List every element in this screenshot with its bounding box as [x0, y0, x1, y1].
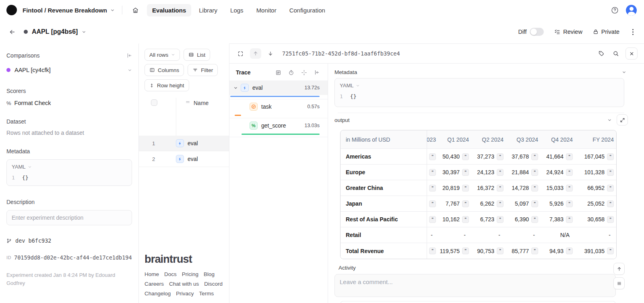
footer-link-careers[interactable]: Careers: [144, 281, 164, 287]
citation-badge[interactable]: ": [607, 216, 614, 223]
footer-link-discord[interactable]: Discord: [204, 281, 223, 287]
diff-toggle[interactable]: [530, 28, 544, 36]
more-menu-icon[interactable]: [630, 27, 636, 37]
chevron-down-icon[interactable]: [233, 86, 238, 90]
citation-badge[interactable]: ": [607, 247, 614, 254]
citation-badge[interactable]: ": [462, 153, 469, 160]
scorer-item[interactable]: % Format Check: [6, 100, 132, 106]
row-height-button[interactable]: Row height: [144, 79, 189, 91]
align-spans-icon[interactable]: [301, 70, 307, 76]
prev-row-button[interactable]: [250, 48, 261, 59]
citation-badge[interactable]: ": [566, 216, 573, 223]
citation-badge[interactable]: ": [531, 200, 538, 207]
citation-badge[interactable]: ": [429, 200, 436, 207]
citation-badge[interactable]: ": [429, 216, 436, 223]
citation-badge[interactable]: ": [462, 200, 469, 207]
citation-badge[interactable]: ": [429, 153, 436, 160]
citation-badge[interactable]: ": [531, 247, 538, 254]
citation-badge[interactable]: ": [566, 247, 573, 254]
citation-badge[interactable]: ": [531, 185, 538, 192]
footer-link-pricing[interactable]: Pricing: [182, 271, 198, 277]
citation-badge[interactable]: ": [462, 185, 469, 192]
collapse-sidebar-icon[interactable]: [126, 53, 132, 58]
citation-badge[interactable]: ": [497, 200, 504, 207]
org-logo-icon[interactable]: [6, 5, 17, 15]
privacy-button[interactable]: Private: [593, 29, 619, 35]
table-row[interactable]: 1eval: [139, 136, 229, 151]
avatar[interactable]: [626, 5, 637, 16]
citation-badge[interactable]: ": [429, 247, 436, 254]
citation-badge[interactable]: ": [497, 216, 504, 223]
tab-library[interactable]: Library: [194, 4, 223, 16]
citation-badge[interactable]: ": [607, 200, 614, 207]
citation-badge[interactable]: ": [497, 247, 504, 254]
trace-span-task[interactable]: task0.57s: [229, 99, 328, 114]
next-row-button[interactable]: [266, 49, 275, 58]
yaml-language-selector[interactable]: YAML: [340, 82, 619, 89]
footer-link-chat-with-us[interactable]: Chat with us: [169, 281, 199, 287]
comment-input[interactable]: Leave a comment...: [334, 274, 616, 297]
review-button[interactable]: Review: [554, 29, 582, 35]
citation-badge[interactable]: ": [607, 153, 614, 160]
collapse-output-icon[interactable]: [607, 118, 612, 122]
citation-badge[interactable]: ": [429, 169, 436, 176]
list-view-button[interactable]: List: [184, 49, 210, 61]
span-notes-icon[interactable]: [275, 70, 281, 76]
footer-link-privacy[interactable]: Privacy: [176, 291, 194, 297]
citation-badge[interactable]: ": [607, 169, 614, 176]
all-rows-dropdown[interactable]: All rows: [144, 49, 180, 61]
span-metadata-editor[interactable]: YAML 1 {}: [334, 78, 624, 107]
footer-link-changelog[interactable]: Changelog: [144, 291, 171, 297]
citation-badge[interactable]: ": [429, 185, 436, 192]
select-all-checkbox[interactable]: [151, 99, 157, 106]
fullscreen-icon[interactable]: [236, 49, 245, 58]
scroll-top-button[interactable]: [613, 263, 625, 275]
help-icon[interactable]: [609, 5, 620, 16]
tab-logs[interactable]: Logs: [225, 4, 249, 16]
timing-icon[interactable]: [288, 70, 294, 76]
columns-button[interactable]: Columns: [144, 64, 184, 76]
trace-span-eval[interactable]: eval13.72s: [229, 80, 328, 95]
citation-badge[interactable]: ": [531, 169, 538, 176]
citation-badge[interactable]: ": [462, 169, 469, 176]
experiment-title[interactable]: AAPL [pg4bs6]: [24, 28, 86, 35]
close-trace-button[interactable]: [625, 47, 638, 60]
tab-evaluations[interactable]: Evaluations: [147, 4, 191, 16]
tab-monitor[interactable]: Monitor: [251, 4, 282, 16]
collapse-metadata-icon[interactable]: [622, 70, 626, 74]
yaml-language-selector[interactable]: YAML: [12, 164, 127, 170]
expand-output-button[interactable]: [617, 114, 628, 126]
citation-badge[interactable]: ": [607, 185, 614, 192]
citation-badge[interactable]: ": [566, 200, 573, 207]
footer-link-terms[interactable]: Terms: [199, 291, 214, 297]
home-icon[interactable]: [130, 4, 141, 16]
back-arrow-icon[interactable]: [7, 27, 17, 37]
citation-badge[interactable]: ": [462, 247, 469, 254]
citation-badge[interactable]: ": [497, 169, 504, 176]
tag-icon[interactable]: [597, 49, 606, 58]
table-row[interactable]: 2eval: [139, 151, 229, 167]
citation-badge[interactable]: ": [462, 216, 469, 223]
tab-configuration[interactable]: Configuration: [284, 4, 330, 16]
footer-link-docs[interactable]: Docs: [164, 271, 177, 277]
filter-button[interactable]: Filter: [188, 64, 218, 76]
activity-list-button[interactable]: [613, 277, 625, 289]
search-icon[interactable]: [611, 49, 621, 58]
trace-id[interactable]: 7251fc05-71b2-452d-bf8d-1aaf6fb39ce4: [282, 50, 400, 57]
experiment-id-row[interactable]: ID 70159dd8-d02e-42bc-af44-de17ce1db194: [6, 254, 132, 261]
citation-badge[interactable]: ": [531, 216, 538, 223]
comparison-experiment-item[interactable]: AAPL [cy4cfk]: [6, 67, 132, 73]
citation-badge[interactable]: ": [566, 169, 573, 176]
footer-link-blog[interactable]: Blog: [204, 271, 215, 277]
citation-badge[interactable]: ": [497, 185, 504, 192]
name-column-header[interactable]: Name: [176, 98, 229, 136]
citation-badge[interactable]: ": [566, 185, 573, 192]
description-input[interactable]: Enter experiment description: [6, 210, 132, 225]
collapse-tree-icon[interactable]: [314, 70, 320, 75]
trace-span-get_score[interactable]: %get_score13.03s: [229, 118, 328, 133]
citation-badge[interactable]: ": [566, 153, 573, 160]
citation-badge[interactable]: ": [497, 153, 504, 160]
metadata-editor[interactable]: YAML 1 {}: [6, 159, 132, 186]
git-branch-row[interactable]: dev b6fc932: [6, 237, 132, 244]
footer-link-home[interactable]: Home: [144, 271, 159, 277]
